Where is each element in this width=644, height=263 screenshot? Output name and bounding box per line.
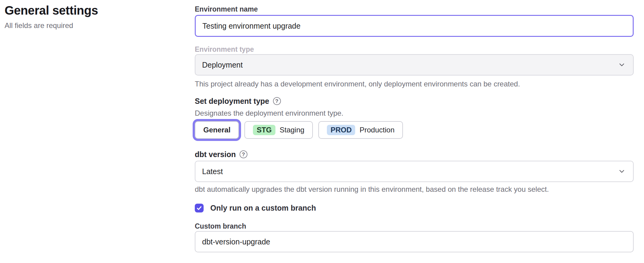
deployment-type-option-general-label: General [203, 126, 230, 134]
settings-header: General settings All fields are required [5, 3, 175, 30]
dbt-version-select[interactable]: Latest [195, 161, 634, 182]
environment-type-select: Deployment [195, 54, 634, 75]
chevron-down-icon [618, 167, 626, 175]
dbt-version-label: dbt version [195, 150, 236, 159]
page-title: General settings [5, 3, 175, 18]
deployment-type-option-staging[interactable]: STG Staging [244, 121, 313, 139]
deployment-type-options: General STG Staging PROD Production [195, 121, 634, 139]
deployment-type-label: Set deployment type [195, 97, 269, 105]
deployment-type-option-production-label: Production [359, 126, 394, 134]
deployment-type-option-staging-label: Staging [280, 126, 304, 134]
help-icon[interactable]: ? [240, 150, 247, 158]
page-subtitle: All fields are required [5, 21, 175, 30]
check-icon [196, 205, 202, 211]
dbt-version-helper: dbt automatically upgrades the dbt versi… [195, 185, 634, 194]
environment-type-label: Environment type [195, 45, 634, 54]
deployment-type-helper: Designates the deployment environment ty… [195, 109, 634, 117]
custom-branch-checkbox[interactable] [195, 204, 204, 212]
environment-type-helper: This project already has a development e… [195, 80, 634, 88]
chevron-down-icon [618, 61, 626, 69]
dbt-version-value: Latest [202, 167, 223, 176]
production-badge: PROD [327, 125, 355, 135]
deployment-type-option-production[interactable]: PROD Production [318, 121, 403, 139]
custom-branch-label: Custom branch [195, 222, 634, 230]
environment-name-label: Environment name [195, 5, 634, 13]
deployment-type-option-general[interactable]: General [195, 121, 239, 139]
custom-branch-checkbox-row: Only run on a custom branch [195, 204, 634, 212]
environment-name-input[interactable] [195, 15, 634, 37]
help-icon[interactable]: ? [273, 97, 281, 105]
staging-badge: STG [253, 125, 275, 135]
custom-branch-checkbox-label[interactable]: Only run on a custom branch [210, 204, 316, 212]
custom-branch-input[interactable] [195, 231, 634, 252]
environment-settings-form: Environment name Environment type Deploy… [195, 0, 634, 252]
environment-type-value: Deployment [202, 61, 243, 69]
